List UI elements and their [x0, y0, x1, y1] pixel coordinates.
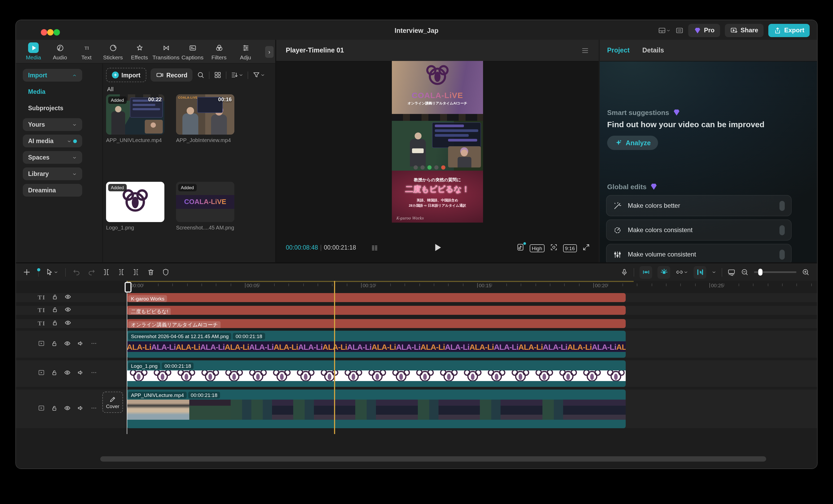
video-preview[interactable]: COALA-LiVE オンライン講義リアルタイムAIコーチ 教授からの突然の質問… — [392, 61, 483, 223]
eye-icon[interactable] — [64, 305, 71, 315]
panel-toggle-icon[interactable] — [675, 26, 683, 34]
add-clip-button[interactable] — [22, 268, 31, 277]
split-button[interactable] — [102, 268, 110, 276]
lock-icon[interactable] — [51, 404, 58, 414]
preview-focus-icon[interactable] — [550, 243, 557, 253]
layout-toggle-icon[interactable] — [658, 26, 670, 34]
edit-card-make-volume-consistent[interactable]: Make volume consistent — [606, 244, 792, 265]
timeline-start-marker[interactable] — [125, 282, 132, 293]
eye-icon[interactable] — [64, 339, 71, 349]
media-item[interactable]: Added Logo_1.png — [106, 181, 164, 262]
lock-icon[interactable] — [51, 293, 58, 302]
undo-button[interactable] — [73, 268, 80, 276]
card-toggle[interactable] — [780, 225, 785, 235]
sidebar-item-dreamina[interactable]: Dreamina — [23, 184, 82, 197]
filter-icon[interactable] — [253, 71, 265, 79]
edit-card-make-colors-better[interactable]: Make colors better — [606, 195, 792, 216]
timeline-horizontal-scrollbar[interactable] — [100, 456, 766, 461]
playhead[interactable] — [334, 281, 335, 434]
sidebar-item-ai-media[interactable]: AI media — [23, 134, 82, 147]
inspector-tab-project[interactable]: Project — [607, 47, 630, 54]
grid-view-icon[interactable] — [214, 71, 222, 79]
ratio-badge[interactable]: 9:16 — [563, 244, 577, 252]
image-clip-logo[interactable]: Logo_1.png00:00:21:18 — [127, 360, 626, 387]
tiktok-preview-icon[interactable] — [517, 243, 524, 253]
sidebar-item-subprojects[interactable]: Subprojects — [23, 102, 82, 115]
eye-icon[interactable] — [64, 369, 71, 378]
tab-captions[interactable]: Captions — [179, 43, 206, 60]
eye-icon[interactable] — [64, 293, 71, 302]
tab-adju[interactable]: Adju — [232, 43, 259, 60]
record-button[interactable]: Record — [150, 68, 193, 82]
fullscreen-icon[interactable] — [582, 243, 590, 253]
import-button[interactable]: +Import — [106, 68, 146, 82]
media-thumbnail[interactable]: Added 00:22 — [106, 94, 164, 134]
lock-icon[interactable] — [51, 305, 58, 315]
text-clip-2[interactable]: 二度もビビるな! — [127, 306, 626, 315]
card-toggle[interactable] — [780, 249, 785, 259]
sidebar-item-import[interactable]: Import — [23, 69, 82, 82]
media-item[interactable]: COALA-LiVE 00:16 APP_JobInterview.mp4 — [176, 94, 234, 175]
select-tool-button[interactable] — [46, 268, 58, 276]
quality-badge[interactable]: High — [530, 244, 544, 252]
edit-card-make-colors-consistent[interactable]: Make colors consistent — [606, 220, 792, 241]
search-icon[interactable] — [197, 71, 205, 79]
tabbar-more-button[interactable]: › — [265, 46, 273, 58]
analyze-button[interactable]: Analyze — [607, 136, 658, 150]
media-name: Screenshot....45 AM.png — [176, 224, 234, 230]
more-dots-icon[interactable] — [90, 404, 98, 414]
frame-strip-icon[interactable] — [371, 244, 379, 254]
play-icon — [28, 43, 39, 53]
time-display: 00:00:08:48|00:00:21:18 — [286, 244, 356, 251]
sidebar-item-spaces[interactable]: Spaces — [23, 151, 82, 164]
media-item[interactable]: Added 00:22 APP_UNIVLecture.mp4 — [106, 94, 164, 175]
chevron-down-icon — [72, 153, 77, 161]
preview-small2: 28カ国語 ⇨ 日本語リアルタイム通訳 — [392, 203, 483, 208]
filter-all-label[interactable]: All — [107, 86, 114, 92]
image-clip-screenshot[interactable]: Screenshot 2026-04-05 at 12.21.45 AM.png… — [127, 331, 626, 358]
sidebar-item-media[interactable]: Media — [23, 85, 82, 98]
preview-big-text: 二度もビビるな！ — [392, 184, 483, 195]
tab-text[interactable]: TIText — [73, 43, 100, 60]
redo-button[interactable] — [88, 268, 95, 276]
sort-icon[interactable] — [231, 71, 244, 79]
more-dots-icon[interactable] — [90, 339, 98, 349]
text-track-icon: TI — [38, 294, 45, 302]
cover-button[interactable]: Cover — [102, 392, 123, 413]
media-thumbnail[interactable]: Added — [106, 181, 164, 222]
more-dots-icon[interactable] — [90, 369, 98, 378]
tab-effects[interactable]: Effects — [126, 43, 153, 60]
speaker-icon[interactable] — [77, 339, 84, 349]
pro-button[interactable]: Pro — [688, 24, 720, 37]
export-button[interactable]: Export — [768, 24, 810, 37]
text-clip-1[interactable]: K-garoo Works — [127, 293, 626, 302]
lock-icon[interactable] — [51, 319, 58, 328]
tab-transitions[interactable]: Transitions — [153, 43, 179, 60]
sidebar-item-yours[interactable]: Yours — [23, 118, 82, 131]
card-toggle[interactable] — [780, 201, 785, 211]
sticker-icon — [108, 43, 118, 53]
ruler-label: 00:25 — [711, 282, 724, 288]
eye-icon[interactable] — [64, 319, 71, 328]
tab-media[interactable]: Media — [20, 43, 47, 60]
eye-icon[interactable] — [64, 404, 71, 414]
play-button[interactable] — [432, 242, 443, 255]
speaker-icon[interactable] — [77, 369, 84, 378]
tab-stickers[interactable]: Stickers — [100, 43, 126, 60]
share-button[interactable]: Share — [724, 24, 764, 37]
speaker-icon[interactable] — [77, 404, 84, 414]
lock-icon[interactable] — [51, 339, 58, 349]
video-clip-lecture[interactable]: APP_UNIVLecture.mp400:00:21:18 — [127, 389, 626, 428]
sidebar-item-library[interactable]: Library — [23, 168, 82, 180]
inspector-tab-details[interactable]: Details — [642, 47, 664, 54]
player-menu-icon[interactable] — [581, 47, 589, 57]
tab-filters[interactable]: Filters — [206, 43, 232, 60]
timeline-ruler[interactable]: 00:0000:0500:1000:1500:2000:25 — [116, 281, 817, 293]
media-item[interactable]: COALA-LiVE Added Screenshot....45 AM.png — [176, 181, 234, 262]
media-thumbnail[interactable]: COALA-LiVE 00:16 — [176, 94, 234, 134]
media-thumbnail[interactable]: COALA-LiVE Added — [176, 181, 234, 222]
track-header-6 — [16, 389, 116, 428]
tab-audio[interactable]: Audio — [47, 43, 73, 60]
text-clip-3[interactable]: オンライン講義リアルタイムAIコーチ — [127, 319, 626, 328]
lock-icon[interactable] — [51, 369, 58, 378]
